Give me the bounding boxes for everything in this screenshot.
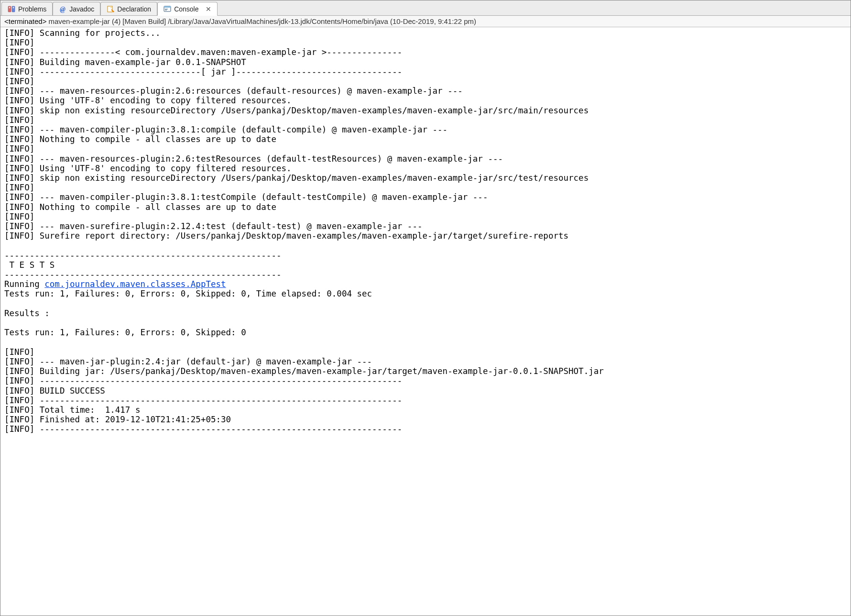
console-output[interactable]: [INFO] Scanning for projects... [INFO] [… (0, 27, 851, 435)
svg-point-3 (13, 7, 14, 8)
tab-label: Console (174, 5, 198, 13)
tab-javadoc[interactable]: @ Javadoc (53, 2, 100, 15)
svg-rect-8 (164, 6, 171, 8)
tab-declaration[interactable]: Declaration (100, 2, 157, 15)
status-run-name: maven-example-jar (4) (48, 17, 120, 25)
declaration-icon (107, 5, 114, 13)
status-path: /Library/Java/JavaVirtualMachines/jdk-13… (168, 17, 388, 25)
view-tabs: Problems @ Javadoc Declaration (0, 0, 851, 16)
tab-label: Javadoc (69, 5, 94, 13)
tab-console[interactable]: Console ✕ (157, 2, 217, 16)
status-terminated: <terminated> (4, 17, 46, 25)
svg-rect-5 (108, 6, 112, 12)
console-text-pre: [INFO] Scanning for projects... [INFO] [… (4, 28, 589, 279)
test-class-link[interactable]: com.journaldev.maven.classes.AppTest (44, 279, 226, 289)
svg-point-6 (113, 11, 114, 12)
problems-icon (8, 5, 15, 13)
console-icon (164, 5, 171, 13)
tab-label: Declaration (117, 5, 151, 13)
close-icon[interactable]: ✕ (206, 5, 211, 13)
status-timestamp: (10-Dec-2019, 9:41:22 pm) (390, 17, 476, 25)
tab-label: Problems (18, 5, 46, 13)
javadoc-icon: @ (59, 5, 66, 13)
console-text-post: Tests run: 1, Failures: 0, Errors: 0, Sk… (4, 289, 604, 434)
svg-text:@: @ (60, 6, 65, 13)
console-link-prefix: Running (4, 279, 44, 289)
tab-problems[interactable]: Problems (1, 2, 53, 15)
svg-point-2 (9, 7, 11, 8)
status-run-type: [Maven Build] (122, 17, 166, 25)
console-status-bar: <terminated> maven-example-jar (4) [Mave… (0, 16, 851, 27)
